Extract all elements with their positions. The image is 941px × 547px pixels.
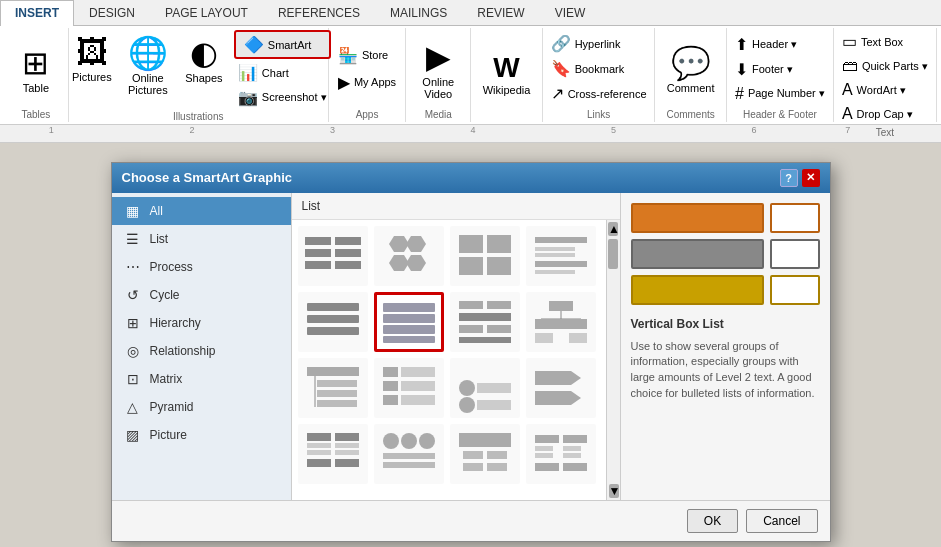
smartart-item-horizontal-lines[interactable] [526,226,596,286]
ribbon-group-text: ▭ Text Box 🗃 Quick Parts ▾ A WordArt ▾ A… [834,28,937,122]
cross-reference-button[interactable]: ↗ Cross-reference [547,82,651,105]
ribbon-group-links: 🔗 Hyperlink 🔖 Bookmark ↗ Cross-reference… [543,28,655,122]
svg-rect-0 [305,237,331,245]
preview-visual [631,203,820,305]
smartart-item-basic-block-list[interactable] [298,226,368,286]
dialog-close-button[interactable]: ✕ [802,169,820,187]
smartart-item-alternating[interactable] [450,292,520,352]
smartart-item-arrow-list[interactable] [526,358,596,418]
svg-rect-28 [459,313,511,321]
ribbon-content: ⊞ Table Tables 🖼 Pictures 🌐 OnlinePictur… [0,26,941,124]
online-pictures-label: OnlinePictures [128,72,168,96]
wordart-button[interactable]: A WordArt ▾ [838,79,910,101]
smartart-item-org-chart[interactable] [526,292,596,352]
smartart-item-stepped-list[interactable] [374,358,444,418]
svg-marker-56 [535,391,581,405]
ok-button[interactable]: OK [687,509,738,533]
sidebar-item-list[interactable]: ☰ List [112,225,291,253]
smartart-item-circles-3[interactable] [374,424,444,484]
screenshot-button[interactable]: 📷 Screenshot ▾ [234,86,331,109]
bookmark-button[interactable]: 🔖 Bookmark [547,57,629,80]
svg-rect-78 [563,435,587,443]
text-box-button[interactable]: ▭ Text Box [838,30,907,53]
online-pictures-button[interactable]: 🌐 OnlinePictures [122,30,174,100]
drop-cap-button[interactable]: A Drop Cap ▾ [838,103,917,125]
my-apps-button[interactable]: ▶ My Apps [334,71,400,94]
svg-point-66 [401,433,417,449]
dialog-scrollbar[interactable]: ▲ ▼ [606,220,620,500]
svg-rect-15 [535,247,575,251]
sidebar-item-pyramid[interactable]: △ Pyramid [112,393,291,421]
sidebar-item-picture[interactable]: ▨ Picture [112,421,291,449]
svg-rect-68 [383,453,435,459]
wikipedia-button[interactable]: W Wikipedia [477,48,537,100]
pictures-button[interactable]: 🖼 Pictures [66,30,118,87]
sidebar-item-all[interactable]: ▦ All [112,197,291,225]
shapes-button[interactable]: ◐ Shapes [178,30,230,88]
smartart-button[interactable]: 🔷 SmartArt [234,30,331,59]
svg-rect-30 [487,325,511,333]
ruler: 1 2 3 4 5 6 7 [0,125,941,143]
relationship-icon: ◎ [124,343,142,359]
sidebar-item-matrix[interactable]: ⊡ Matrix [112,365,291,393]
svg-rect-54 [477,400,511,410]
tab-page-layout[interactable]: PAGE LAYOUT [150,0,263,25]
tab-insert[interactable]: INSERT [0,0,74,26]
ribbon-group-tables: ⊞ Table Tables [4,28,69,122]
svg-point-53 [459,397,475,413]
svg-rect-74 [487,463,507,471]
quick-parts-button[interactable]: 🗃 Quick Parts ▾ [838,55,932,77]
smartart-item-grid-list[interactable] [298,424,368,484]
smartart-item-hierarchy-list[interactable] [298,358,368,418]
sidebar-item-process[interactable]: ⋯ Process [112,253,291,281]
smartart-icon: 🔷 [244,35,264,54]
svg-rect-60 [335,433,359,441]
page-number-button[interactable]: # Page Number ▾ [731,83,829,105]
dialog-list-area: ▲ ▼ [292,220,620,500]
svg-rect-26 [459,301,483,309]
svg-rect-19 [307,303,359,311]
preview-description: Use to show several groups of informatio… [631,339,820,403]
svg-rect-24 [383,325,435,334]
svg-rect-44 [317,400,357,407]
svg-rect-42 [317,380,357,387]
tab-design[interactable]: DESIGN [74,0,150,25]
smartart-item-text-blocks[interactable] [450,424,520,484]
tab-review[interactable]: REVIEW [462,0,539,25]
dialog-list-scroll[interactable] [292,220,606,500]
svg-rect-1 [335,237,361,245]
svg-rect-32 [549,301,573,311]
header-button[interactable]: ⬆ Header ▾ [731,33,801,56]
svg-rect-52 [477,383,511,393]
store-label: Store [362,49,388,61]
smartart-item-vertical-bars[interactable] [298,292,368,352]
smartart-item-circles-row[interactable] [450,358,520,418]
tab-references[interactable]: REFERENCES [263,0,375,25]
footer-button[interactable]: ⬇ Footer ▾ [731,58,797,81]
tab-mailings[interactable]: MAILINGS [375,0,462,25]
smartart-label: SmartArt [268,39,311,51]
ribbon-tabs: INSERT DESIGN PAGE LAYOUT REFERENCES MAI… [0,0,941,26]
comment-button[interactable]: 💬 Comment [661,40,721,98]
store-button[interactable]: 🏪 Store [334,44,392,67]
sidebar-item-hierarchy[interactable]: ⊞ Hierarchy [112,309,291,337]
smartart-item-stacked-list[interactable] [374,292,444,352]
dialog-title: Choose a SmartArt Graphic [122,170,293,185]
smartart-item-2x2-grid[interactable] [450,226,520,286]
dialog-help-button[interactable]: ? [780,169,798,187]
table-button[interactable]: ⊞ Table [10,40,62,98]
smartart-item-hexagon-cluster[interactable] [374,226,444,286]
cancel-button[interactable]: Cancel [746,509,817,533]
sidebar-item-cycle[interactable]: ↺ Cycle [112,281,291,309]
ribbon-group-apps: 🏪 Store ▶ My Apps Apps [329,28,407,122]
smartart-item-horizontal-bullets[interactable] [526,424,596,484]
header-footer-group-label: Header & Footer [743,107,817,120]
matrix-icon: ⊡ [124,371,142,387]
online-video-button[interactable]: ▶ OnlineVideo [412,34,464,104]
svg-rect-46 [401,367,435,377]
sidebar-item-relationship[interactable]: ◎ Relationship [112,337,291,365]
pictures-label: Pictures [72,71,112,83]
hyperlink-button[interactable]: 🔗 Hyperlink [547,32,625,55]
tab-view[interactable]: VIEW [540,0,601,25]
chart-button[interactable]: 📊 Chart [234,61,331,84]
